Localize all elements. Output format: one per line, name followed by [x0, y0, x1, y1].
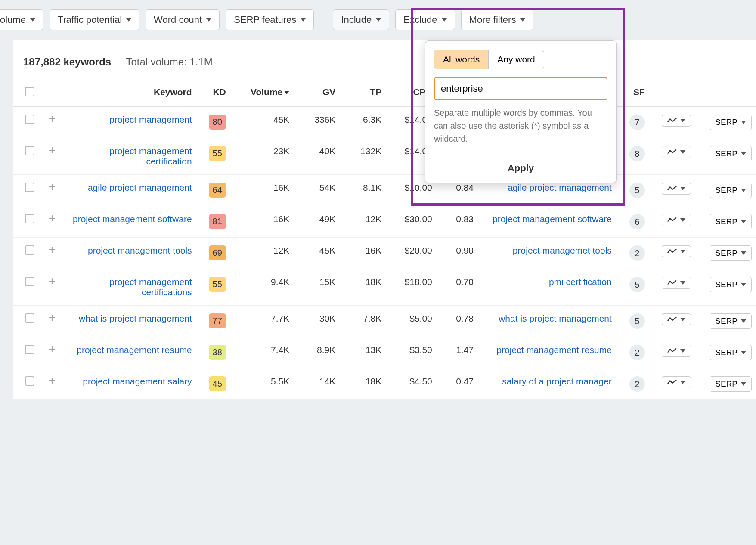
serp-button[interactable]: SERP — [710, 214, 752, 229]
caret-down-icon — [680, 349, 685, 353]
trend-button[interactable] — [662, 183, 691, 195]
row-checkbox[interactable] — [25, 313, 34, 323]
serp-button[interactable]: SERP — [710, 376, 752, 392]
table-row: +agile project management6416K54K8.1K$10… — [13, 175, 756, 206]
serp-button[interactable]: SERP — [710, 277, 752, 292]
col-trend — [649, 79, 695, 107]
serp-button[interactable]: SERP — [710, 183, 752, 198]
parent-topic-link[interactable]: what is project management — [499, 313, 612, 324]
filter-word-count[interactable]: Word count — [146, 9, 220, 30]
row-checkbox[interactable] — [25, 183, 34, 192]
sf-badge[interactable]: 2 — [629, 345, 645, 360]
trend-button[interactable] — [662, 277, 691, 289]
serp-button[interactable]: SERP — [710, 313, 752, 329]
sf-badge[interactable]: 5 — [629, 183, 645, 198]
expand-row-icon[interactable]: + — [49, 112, 56, 125]
sf-badge[interactable]: 8 — [629, 146, 645, 161]
caret-down-icon — [741, 152, 746, 155]
keyword-link[interactable]: project management certifications — [71, 277, 192, 297]
row-checkbox[interactable] — [25, 245, 34, 255]
filter-volume[interactable]: olume — [0, 9, 43, 30]
sf-badge[interactable]: 7 — [629, 115, 645, 130]
col-select-all[interactable] — [13, 79, 39, 107]
cell-cps: 0.78 — [437, 306, 478, 337]
expand-row-icon[interactable]: + — [49, 274, 56, 288]
filter-more-filters[interactable]: More filters — [461, 9, 534, 30]
expand-row-icon[interactable]: + — [49, 243, 56, 256]
caret-down-icon — [741, 189, 746, 192]
expand-row-icon[interactable]: + — [49, 342, 56, 356]
parent-topic-link[interactable]: project managemet tools — [513, 245, 612, 256]
sf-badge[interactable]: 6 — [629, 214, 645, 229]
col-keyword[interactable]: Keyword — [39, 79, 196, 107]
col-tp[interactable]: TP — [340, 79, 386, 107]
sf-badge[interactable]: 5 — [629, 313, 645, 329]
row-checkbox[interactable] — [25, 214, 34, 223]
cell-gv: 49K — [294, 206, 340, 238]
keyword-link[interactable]: project management — [109, 115, 192, 125]
trend-button[interactable] — [662, 245, 691, 257]
trend-button[interactable] — [662, 146, 691, 158]
row-checkbox[interactable] — [25, 146, 34, 155]
expand-row-icon[interactable]: + — [49, 143, 56, 157]
results-panel: 187,882 keywords Total volume: 1.1M Keyw… — [13, 40, 756, 399]
include-mode-all-words[interactable]: All words — [434, 50, 488, 69]
filter-serp-features[interactable]: SERP features — [226, 9, 314, 30]
parent-topic-link[interactable]: salary of a project manager — [502, 376, 611, 387]
keyword-link[interactable]: project management certification — [71, 146, 192, 167]
kd-badge: 69 — [209, 245, 226, 260]
cell-tp: 6.3K — [340, 107, 386, 138]
cell-cps: 0.47 — [437, 368, 478, 400]
sf-badge[interactable]: 2 — [629, 376, 645, 392]
cell-volume: 12K — [230, 238, 294, 269]
trend-button[interactable] — [662, 214, 691, 226]
row-checkbox[interactable] — [25, 115, 34, 124]
row-checkbox[interactable] — [25, 345, 34, 354]
serp-button[interactable]: SERP — [710, 245, 752, 261]
col-kd[interactable]: KD — [196, 79, 230, 107]
include-mode-any-word[interactable]: Any word — [488, 50, 544, 69]
serp-button[interactable]: SERP — [710, 345, 752, 360]
row-checkbox[interactable] — [25, 277, 34, 286]
include-apply-button[interactable]: Apply — [425, 154, 616, 183]
trend-icon — [667, 149, 677, 155]
caret-down-icon — [741, 251, 746, 255]
sf-badge[interactable]: 5 — [629, 277, 645, 292]
trend-button[interactable] — [662, 115, 691, 127]
col-sf[interactable]: SF — [616, 79, 649, 107]
filter-include[interactable]: Include — [333, 9, 389, 30]
expand-row-icon[interactable]: + — [49, 311, 56, 324]
trend-button[interactable] — [662, 376, 691, 388]
expand-row-icon[interactable]: + — [49, 180, 56, 193]
cell-volume: 16K — [230, 175, 294, 206]
trend-button[interactable] — [662, 313, 691, 325]
keyword-link[interactable]: agile project management — [88, 183, 192, 193]
sf-badge[interactable]: 2 — [629, 245, 645, 261]
serp-button[interactable]: SERP — [710, 115, 752, 130]
col-volume[interactable]: Volume — [230, 79, 294, 107]
keyword-link[interactable]: what is project management — [79, 313, 192, 324]
trend-button[interactable] — [662, 345, 691, 357]
keyword-link[interactable]: project management salary — [83, 376, 192, 387]
filter-exclude[interactable]: Exclude — [395, 9, 455, 30]
cell-gv: 8.9K — [294, 337, 340, 368]
keyword-link[interactable]: project management software — [73, 214, 192, 224]
cell-cpc: $3.50 — [386, 337, 437, 368]
keyword-link[interactable]: project management resume — [77, 345, 192, 355]
filter-traffic-potential[interactable]: Traffic potential — [50, 9, 139, 30]
caret-down-icon — [126, 18, 131, 22]
expand-row-icon[interactable]: + — [49, 374, 56, 387]
include-words-input[interactable] — [434, 77, 607, 100]
serp-button[interactable]: SERP — [710, 146, 752, 161]
total-volume: Total volume: 1.1M — [126, 56, 212, 68]
parent-topic-link[interactable]: agile project management — [508, 183, 612, 193]
expand-row-icon[interactable]: + — [49, 211, 56, 225]
trend-icon — [667, 348, 677, 354]
col-gv[interactable]: GV — [294, 79, 340, 107]
keyword-link[interactable]: project management tools — [88, 245, 192, 256]
parent-topic-link[interactable]: project management resume — [497, 345, 612, 355]
row-checkbox[interactable] — [25, 376, 34, 386]
parent-topic-link[interactable]: pmi certification — [549, 277, 612, 287]
kd-badge: 45 — [209, 376, 226, 391]
parent-topic-link[interactable]: project management software — [493, 214, 612, 224]
